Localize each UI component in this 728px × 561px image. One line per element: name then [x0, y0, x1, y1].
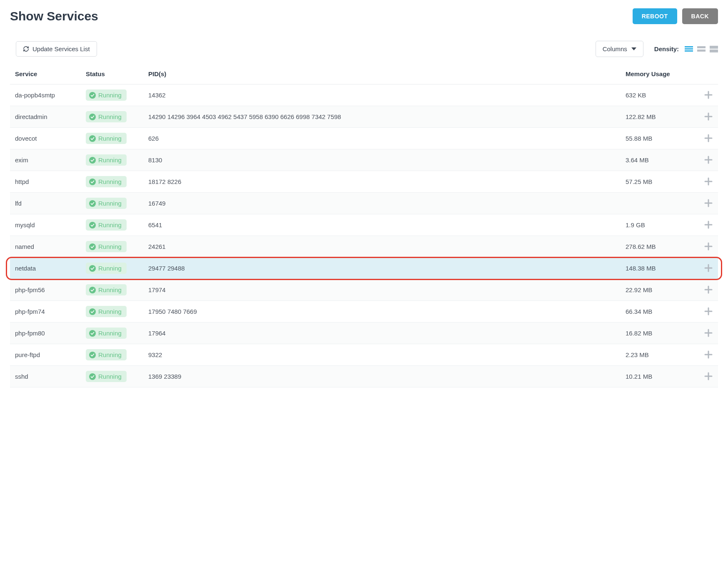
cell-action — [696, 128, 718, 149]
status-badge: Running — [86, 263, 127, 274]
cell-action — [696, 193, 718, 214]
density-compact-icon[interactable] — [685, 46, 693, 52]
svg-rect-6 — [710, 50, 718, 52]
density-wide-icon[interactable] — [710, 46, 718, 52]
expand-row-button[interactable] — [704, 263, 713, 273]
cell-status: Running — [81, 323, 143, 344]
cell-pids: 1369 23389 — [143, 366, 621, 387]
expand-row-button[interactable] — [704, 307, 713, 316]
columns-label: Columns — [603, 45, 627, 52]
status-badge: Running — [86, 176, 127, 187]
cell-status: Running — [81, 236, 143, 258]
cell-status: Running — [81, 258, 143, 279]
cell-status: Running — [81, 128, 143, 149]
density-label: Density: — [654, 45, 679, 52]
check-circle-icon — [89, 92, 96, 99]
col-header-service[interactable]: Service — [10, 66, 81, 84]
expand-row-button[interactable] — [704, 199, 713, 208]
density-medium-icon[interactable] — [697, 46, 706, 52]
table-row: php-fpm56Running1797422.92 MB — [10, 279, 718, 301]
cell-memory: 122.82 MB — [621, 106, 696, 128]
cell-memory: 148.38 MB — [621, 258, 696, 279]
cell-memory: 57.25 MB — [621, 171, 696, 193]
cell-pids: 14290 14296 3964 4503 4962 5437 5958 639… — [143, 106, 621, 128]
cell-pids: 626 — [143, 128, 621, 149]
cell-action — [696, 301, 718, 323]
svg-rect-2 — [685, 50, 693, 52]
table-row: sshdRunning1369 2338910.21 MB — [10, 366, 718, 387]
expand-row-button[interactable] — [704, 112, 713, 121]
status-badge: Running — [86, 219, 127, 231]
col-header-status[interactable]: Status — [81, 66, 143, 84]
expand-row-button[interactable] — [704, 285, 713, 294]
status-text: Running — [98, 135, 122, 142]
col-header-memory[interactable]: Memory Usage — [621, 66, 696, 84]
table-row: da-popb4smtpRunning14362632 KB — [10, 84, 718, 106]
back-button[interactable]: BACK — [682, 8, 718, 24]
status-text: Running — [98, 243, 122, 250]
table-row: lfdRunning16749 — [10, 193, 718, 214]
check-circle-icon — [89, 265, 96, 272]
cell-pids: 16749 — [143, 193, 621, 214]
expand-row-button[interactable] — [704, 372, 713, 381]
check-circle-icon — [89, 222, 96, 228]
cell-action — [696, 149, 718, 171]
status-badge: Running — [86, 328, 127, 339]
cell-memory — [621, 193, 696, 214]
svg-point-13 — [89, 135, 96, 142]
svg-rect-5 — [710, 46, 718, 49]
table-body: da-popb4smtpRunning14362632 KBdirectadmi… — [10, 84, 718, 387]
expand-row-button[interactable] — [704, 155, 713, 164]
reboot-button[interactable]: REBOOT — [633, 8, 677, 24]
cell-action — [696, 279, 718, 301]
cell-action — [696, 84, 718, 106]
svg-point-10 — [89, 114, 96, 120]
status-text: Running — [98, 265, 122, 272]
table-row: eximRunning81303.64 MB — [10, 149, 718, 171]
cell-pids: 17964 — [143, 323, 621, 344]
status-badge: Running — [86, 154, 127, 166]
expand-row-button[interactable] — [704, 134, 713, 143]
table-row: dovecotRunning62655.88 MB — [10, 128, 718, 149]
status-text: Running — [98, 286, 122, 293]
svg-point-7 — [89, 92, 96, 99]
cell-service: httpd — [10, 171, 81, 193]
update-services-label: Update Services List — [32, 45, 90, 52]
cell-memory: 632 KB — [621, 84, 696, 106]
cell-memory: 16.82 MB — [621, 323, 696, 344]
status-badge: Running — [86, 111, 127, 122]
cell-action — [696, 236, 718, 258]
cell-action — [696, 214, 718, 236]
status-text: Running — [98, 156, 122, 164]
expand-row-button[interactable] — [704, 328, 713, 338]
cell-action — [696, 258, 718, 279]
cell-action — [696, 171, 718, 193]
columns-button[interactable]: Columns — [596, 41, 643, 57]
svg-point-43 — [89, 352, 96, 358]
density-group: Density: — [654, 45, 718, 52]
status-text: Running — [98, 373, 122, 380]
svg-point-25 — [89, 222, 96, 228]
expand-row-button[interactable] — [704, 350, 713, 359]
expand-row-button[interactable] — [704, 220, 713, 229]
cell-action — [696, 366, 718, 387]
cell-status: Running — [81, 366, 143, 387]
expand-row-button[interactable] — [704, 177, 713, 186]
cell-status: Running — [81, 344, 143, 366]
check-circle-icon — [89, 114, 96, 120]
cell-memory: 55.88 MB — [621, 128, 696, 149]
expand-row-button[interactable] — [704, 90, 713, 99]
svg-rect-1 — [685, 48, 693, 50]
expand-row-button[interactable] — [704, 242, 713, 251]
status-badge: Running — [86, 241, 127, 252]
status-badge: Running — [86, 306, 127, 317]
col-header-pids[interactable]: PID(s) — [143, 66, 621, 84]
status-text: Running — [98, 351, 122, 358]
svg-point-37 — [89, 308, 96, 315]
cell-service: sshd — [10, 366, 81, 387]
check-circle-icon — [89, 157, 96, 164]
update-services-button[interactable]: Update Services List — [16, 41, 97, 57]
status-badge: Running — [86, 133, 127, 144]
status-text: Running — [98, 200, 122, 207]
check-circle-icon — [89, 287, 96, 293]
